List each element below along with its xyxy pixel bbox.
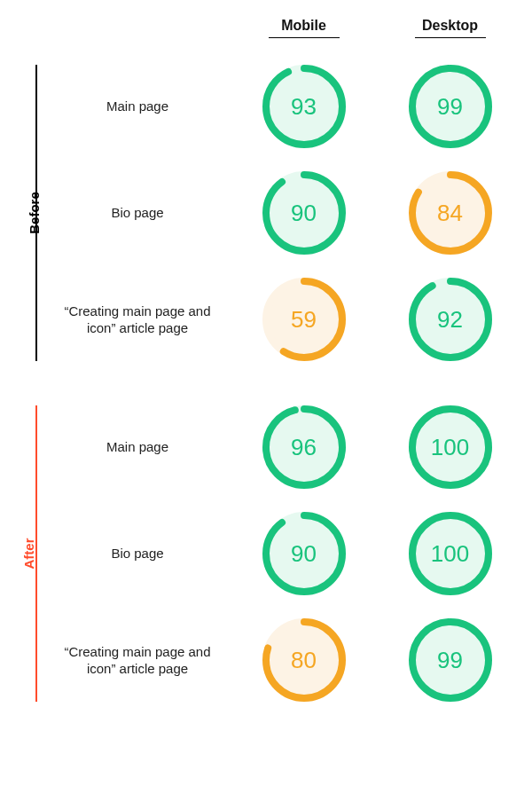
score-gauge: 99 [409, 618, 492, 702]
table-row: “Creating main page and icon” article pa… [53, 278, 514, 361]
gauge-cell: 96 [239, 405, 368, 489]
gauge-value: 93 [291, 93, 317, 121]
row-label: Bio page [53, 545, 222, 562]
gauge-cell: 84 [386, 171, 514, 255]
section-before: Before Main page 93 99 Bio page 90 84 “C… [53, 65, 514, 361]
table-row: “Creating main page and icon” article pa… [53, 618, 514, 702]
gauge-value: 90 [291, 200, 317, 227]
gauge-value: 100 [431, 540, 469, 568]
section-label-after: After [21, 538, 36, 569]
table-row: Bio page 90 84 [53, 171, 514, 255]
score-gauge: 92 [409, 278, 492, 361]
row-label: “Creating main page and icon” article pa… [53, 643, 222, 678]
gauge-cell: 90 [239, 512, 368, 595]
gauge-cell: 93 [239, 65, 368, 148]
gauge-cell: 59 [239, 278, 368, 361]
score-gauge: 100 [409, 512, 492, 595]
score-gauge: 96 [262, 405, 346, 489]
table-row: Bio page 90 100 [53, 512, 514, 595]
column-header-desktop: Desktop [415, 18, 486, 38]
row-label: “Creating main page and icon” article pa… [53, 303, 222, 337]
score-gauge: 99 [409, 65, 492, 148]
gauge-cell: 100 [386, 405, 514, 489]
gauge-value: 80 [291, 647, 317, 674]
gauge-value: 100 [431, 434, 469, 461]
score-gauge: 80 [262, 618, 346, 702]
row-label: Main page [53, 438, 222, 456]
row-label: Bio page [53, 204, 222, 222]
score-gauge: 90 [262, 171, 346, 255]
column-headers: Mobile Desktop [53, 18, 514, 38]
gauge-value: 96 [291, 434, 317, 461]
section-after: After Main page 96 100 Bio page 90 100 “… [53, 405, 514, 702]
score-gauge: 59 [262, 278, 346, 361]
table-row: Main page 96 100 [53, 405, 514, 489]
gauge-value: 59 [291, 306, 317, 334]
gauge-value: 99 [437, 93, 463, 121]
gauge-cell: 90 [239, 171, 368, 255]
score-gauge: 90 [262, 512, 346, 595]
gauge-value: 84 [437, 200, 463, 227]
table-row: Main page 93 99 [53, 65, 514, 148]
gauge-value: 90 [291, 540, 317, 568]
gauge-cell: 99 [386, 65, 514, 148]
score-gauge: 93 [262, 65, 346, 148]
gauge-value: 92 [437, 306, 463, 334]
gauge-cell: 99 [386, 618, 514, 702]
column-header-mobile: Mobile [269, 18, 340, 38]
gauge-cell: 92 [386, 278, 514, 361]
gauge-value: 99 [437, 647, 463, 674]
score-gauge: 84 [409, 171, 492, 255]
row-label: Main page [53, 98, 222, 115]
section-label-before: Before [27, 192, 42, 234]
gauge-cell: 100 [386, 512, 514, 595]
score-gauge: 100 [409, 405, 492, 489]
gauge-cell: 80 [239, 618, 368, 702]
